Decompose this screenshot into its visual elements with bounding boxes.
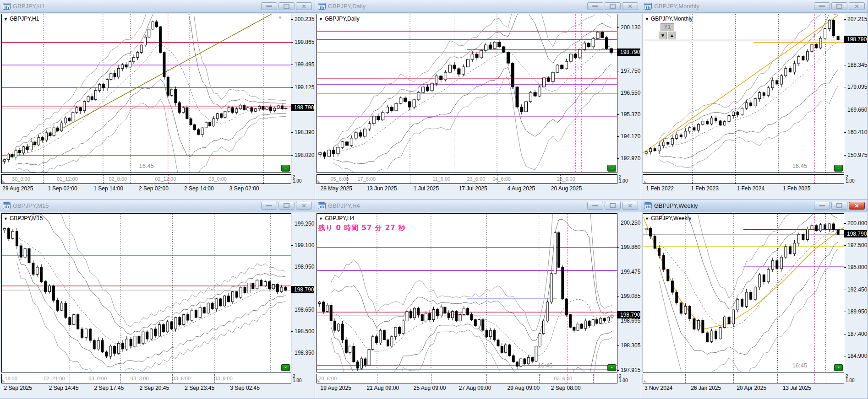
window-controls: ✕ [261,2,312,10]
time-tick-label: 1 Sep 02:00 [48,185,77,192]
minimize-button[interactable] [261,202,277,210]
minimize-icon [819,5,825,7]
candlestick-chart [317,14,617,173]
scrollbar-period-label: 03_6:00 [554,376,572,381]
chart-icon [644,202,652,209]
minimize-button[interactable] [587,2,603,10]
restore-button[interactable] [278,2,295,10]
time-tick-label: 21 Aug 09:00 [366,385,399,391]
dropdown-arrow-icon[interactable]: ▼ [319,216,323,221]
price-tick-label: 198.500 [295,328,314,334]
restore-button[interactable] [278,202,295,210]
close-button[interactable]: ✕ [622,2,638,10]
scrollbar-period-label: 23_6:00 [467,176,486,182]
scrollbar-period-label: 03_6:00 [172,376,191,381]
symbol-text: GBPJPY,H4 [325,215,354,221]
price-axis: 199.250199.100198.950198.650198.500198.3… [291,213,314,372]
time-tick-label: 4 Aug 2025 [508,185,535,192]
price-tick-label: 207.215 [847,16,867,22]
chart-scrollbar[interactable]: 30_0:0001_12:0002_0:0002_12:0003_0:00 [1,174,291,184]
time-tick-label: 2 Sep 14:00 [184,185,214,192]
session-time-label: 16:45 [538,362,553,369]
chart-area: ▼GBPJPY,H116:45▼- [1,14,291,173]
price-tick-label: 188.345 [847,62,867,68]
price-tick-label: 197.750 [621,68,640,74]
dropdown-arrow-icon[interactable]: ▼ [319,17,323,22]
collapse-indicator-button[interactable]: - [834,364,843,371]
dropdown-arrow-icon[interactable]: ▼ [4,216,8,221]
chart-scrollbar[interactable]: 20_6:0003_6:00 [317,374,617,383]
symbol-text: GBPJPY,H1 [10,16,39,22]
period-separator-line [486,374,487,383]
dropdown-arrow-icon[interactable]: ▼ [645,216,649,221]
period-separator-line [692,175,693,183]
time-tick-label: 25 Aug 09:00 [414,385,446,391]
price-tick-label: 184.900 [847,353,867,359]
period-separator-line [777,374,778,383]
price-tick-label: 199.475 [621,269,640,275]
window-title: GBPJPY,H1 [13,3,261,10]
arrow-up-button[interactable]: ▲ [668,32,676,39]
period-separator-line [70,374,70,383]
symbol-text: GBPJPY,Weekly [651,215,691,221]
time-tick-label: 27 Aug 09:00 [459,385,491,391]
chart-scrollbar[interactable] [643,174,844,184]
current-price-badge: 198.790 [291,286,314,293]
chart-scrollbar[interactable] [643,374,844,383]
close-button[interactable]: ✕ [622,202,638,210]
minimize-icon [819,205,825,206]
scrollbar-period-label: 03_0:00 [208,176,227,182]
collapse-indicator-button[interactable]: - [281,364,290,371]
time-tick-label: 2 Sep 23:45 [185,385,214,391]
close-button[interactable]: ✕ [296,2,312,10]
period-separator-line [497,175,497,183]
chart-scrollbar[interactable]: 05_6:0017_6:0011_6:0023_6:0004_6:0028_6:… [317,174,617,184]
price-tick-label: 199.860 [621,244,640,250]
collapse-indicator-button[interactable]: - [607,364,616,371]
restore-button[interactable] [831,2,847,10]
window-controls: ✕ [814,2,865,10]
minimize-button[interactable] [587,202,603,210]
collapse-indicator-button[interactable]: - [834,165,843,172]
arrow-down-button[interactable]: ▼ [659,32,667,39]
collapse-indicator-button[interactable]: - [607,165,616,172]
period-separator-line [347,175,348,183]
close-button[interactable]: ✕ [296,202,312,210]
minimize-icon [266,5,272,7]
chart-icon [3,3,11,10]
close-button[interactable]: ✕ [849,2,865,10]
price-tick-label: 187.400 [847,331,867,337]
window-title: GBPJPY,H4 [328,202,587,209]
scrollbar-corner-icon [2,180,5,183]
price-tick-label: 199.085 [621,293,640,299]
period-separator-line [826,175,826,183]
chart-window-h1: GBPJPY,H1✕▼GBPJPY,H116:45▼-200.235199.86… [0,0,315,200]
indicator-scale-bottom: 1.00 [293,179,301,183]
chart-window-weekly: GBPJPY,Weekly✕▼GBPJPY,Weekly16:45-200.00… [641,200,868,399]
close-icon: ✕ [301,4,306,9]
dropdown-arrow-icon[interactable]: ▼ [645,17,649,22]
period-separator-line [172,374,173,383]
minimize-button[interactable] [261,2,277,10]
y1-button[interactable]: Y1 [661,23,674,31]
restore-button[interactable] [831,202,847,210]
chart-area: ▼GBPJPY,H4残り 0 時間 57 分 27 秒16:45- [317,213,617,372]
restore-button[interactable] [605,202,621,210]
collapse-indicator-button[interactable]: - [281,165,290,172]
chart-scrollbar[interactable]: 18:0002_21:0003_0:0003_3:0003_6:0003_9:0… [1,374,291,383]
chart-area: ▼GBPJPY,Daily- [317,14,617,173]
scrollbar-period-label: 05_6:00 [330,176,349,182]
candlestick-chart [317,214,617,372]
period-separator-line [733,374,734,383]
scrollbar-period-label: 11_6:00 [432,176,450,182]
symbol-text: GBPJPY,Monthly [651,16,693,22]
scroll-position-marker-icon: ▼ [278,15,283,20]
scrollbar-period-label: 18:00 [5,376,17,381]
dropdown-arrow-icon[interactable]: ▼ [4,17,8,22]
close-button[interactable]: ✕ [849,202,865,210]
restore-button[interactable] [605,2,621,10]
chart-area: ▼GBPJPY,MonthlyY1▼▲16:45- [643,14,844,173]
minimize-button[interactable] [814,202,830,210]
minimize-button[interactable] [814,2,830,10]
title-bar: GBPJPY,H4✕ [315,200,641,212]
